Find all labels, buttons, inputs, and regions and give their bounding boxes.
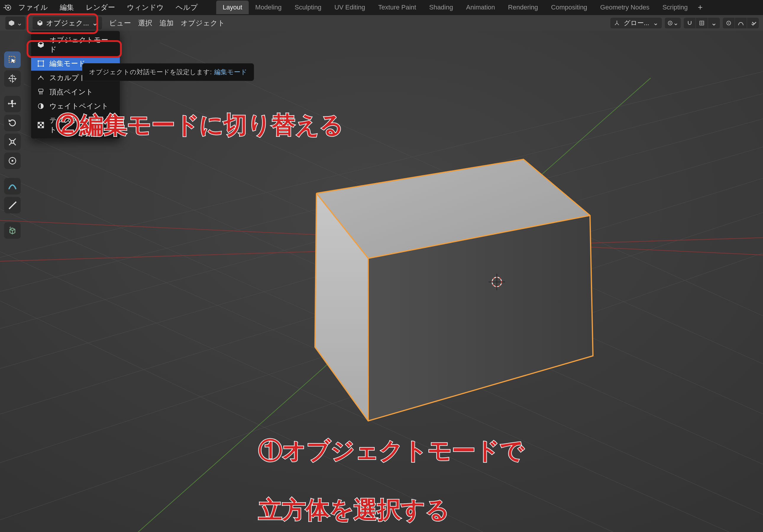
editor-type-button[interactable]: ⌄: [5, 17, 26, 30]
svg-line-3: [5, 5, 6, 6]
annotation-step1: ①オブジェクトモードで 立方体を選択する: [246, 408, 524, 526]
svg-line-43: [14, 138, 16, 141]
menu-window[interactable]: ウィンドウ: [122, 1, 169, 14]
svg-point-51: [43, 60, 44, 61]
svg-point-52: [38, 66, 39, 67]
svg-line-45: [14, 143, 16, 145]
cube-icon: [37, 20, 43, 26]
header-right-cluster: グロー... ⌄ ⌄ ⌄ ⌄: [610, 18, 759, 28]
cube-icon: [37, 41, 45, 48]
axis-icon: [614, 20, 620, 26]
top-menu-bar: ファイル 編集 レンダー ウィンドウ ヘルプ Layout Modeling S…: [0, 0, 763, 15]
pivot-icon: [667, 20, 673, 26]
mode-item-label: オブジェクトモード: [50, 35, 114, 54]
tab-add-button[interactable]: +: [695, 1, 706, 13]
mode-item-label: 頂点ペイント: [50, 87, 93, 97]
tab-layout[interactable]: Layout: [216, 1, 249, 14]
options-dropdown-icon[interactable]: [748, 17, 760, 29]
snap-icon[interactable]: [684, 18, 696, 28]
tab-scripting[interactable]: Scripting: [656, 1, 695, 14]
tab-geometry-nodes[interactable]: Geometry Nodes: [594, 1, 656, 14]
edit-mesh-icon: [37, 60, 45, 67]
tab-animation[interactable]: Animation: [460, 1, 501, 14]
menu-edit[interactable]: 編集: [54, 1, 79, 14]
tab-shading[interactable]: Shading: [423, 1, 460, 14]
mode-item-vertex-paint[interactable]: 頂点ペイント: [31, 85, 120, 99]
svg-point-1: [7, 7, 9, 9]
snap-group[interactable]: ⌄: [684, 18, 720, 28]
texture-paint-icon: [37, 121, 45, 129]
svg-point-10: [728, 23, 729, 23]
header-object[interactable]: オブジェクト: [181, 18, 225, 28]
svg-rect-61: [38, 122, 40, 124]
left-toolbar: +: [4, 51, 21, 239]
sculpt-icon: [37, 74, 45, 82]
tab-modeling[interactable]: Modeling: [249, 1, 288, 14]
proportional-icon[interactable]: [723, 18, 735, 28]
rotate-tool[interactable]: [4, 115, 21, 131]
svg-line-44: [9, 143, 11, 145]
workspace-tabs: Layout Modeling Sculpting UV Editing Tex…: [216, 1, 706, 14]
tab-rendering[interactable]: Rendering: [501, 1, 545, 14]
tooltip-value: 編集モード: [214, 68, 247, 77]
svg-rect-47: [12, 160, 13, 162]
svg-point-5: [670, 23, 671, 24]
chevron-down-icon: ⌄: [92, 19, 98, 27]
select-box-tool[interactable]: [4, 51, 21, 68]
falloff-icon[interactable]: [735, 18, 747, 28]
svg-rect-62: [42, 122, 44, 124]
scale-tool[interactable]: [4, 133, 21, 150]
svg-line-42: [9, 138, 11, 141]
cursor-tool[interactable]: [4, 70, 21, 87]
move-tool[interactable]: [4, 96, 21, 112]
tab-sculpting[interactable]: Sculpting: [288, 1, 328, 14]
svg-rect-41: [11, 141, 14, 143]
svg-text:+: +: [9, 225, 12, 230]
mode-item-object[interactable]: オブジェクトモード: [31, 33, 120, 56]
svg-rect-64: [38, 126, 40, 128]
annotation-step2: ②編集モードに切り替える: [56, 109, 344, 141]
measure-tool[interactable]: [4, 197, 21, 214]
mode-dropdown-label: オブジェク...: [46, 18, 89, 28]
pivot-dropdown[interactable]: ⌄: [665, 18, 681, 28]
header-view[interactable]: ビュー: [109, 18, 131, 28]
viewport-header: ⌄ オブジェク... ⌄ ビュー 選択 追加 オブジェクト グロー... ⌄ ⌄…: [0, 15, 763, 31]
svg-point-50: [38, 60, 39, 61]
weight-paint-icon: [37, 102, 45, 110]
vertex-paint-icon: [37, 88, 45, 96]
orientation-dropdown[interactable]: グロー... ⌄: [610, 18, 662, 28]
header-select[interactable]: 選択: [138, 18, 152, 28]
header-add[interactable]: 追加: [160, 18, 173, 28]
mode-dropdown[interactable]: オブジェク... ⌄: [33, 17, 102, 30]
menu-help[interactable]: ヘルプ: [170, 1, 203, 14]
svg-rect-65: [42, 126, 44, 128]
tab-texture-paint[interactable]: Texture Paint: [372, 1, 423, 14]
add-cube-tool[interactable]: +: [4, 222, 21, 239]
tab-compositing[interactable]: Compositing: [544, 1, 594, 14]
blender-logo: [3, 3, 12, 12]
transform-tool[interactable]: [4, 152, 21, 169]
mode-tooltip: オブジェクトの対話モードを設定します: 編集モード: [82, 63, 254, 81]
menu-file[interactable]: ファイル: [13, 1, 53, 14]
mode-item-label: 編集モード: [50, 59, 85, 68]
menu-render[interactable]: レンダー: [80, 1, 120, 14]
svg-point-53: [43, 66, 44, 67]
chevron-down-icon: ⌄: [653, 19, 658, 27]
svg-point-54: [40, 76, 42, 77]
orientation-label: グロー...: [624, 19, 649, 28]
svg-rect-49: [38, 61, 43, 66]
snap-type-icon[interactable]: [696, 18, 708, 28]
chevron-down-icon[interactable]: ⌄: [708, 18, 720, 28]
annotate-tool[interactable]: [4, 178, 21, 195]
svg-rect-63: [40, 124, 42, 126]
tab-uv-editing[interactable]: UV Editing: [328, 1, 372, 14]
svg-rect-55: [39, 89, 43, 92]
tooltip-text: オブジェクトの対話モードを設定します:: [89, 68, 212, 77]
